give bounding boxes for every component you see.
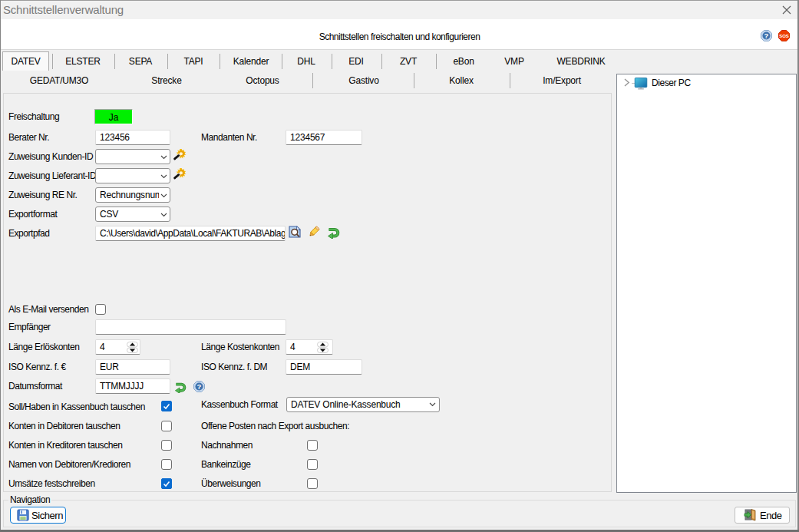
svg-text:?: ? bbox=[764, 31, 769, 40]
svg-text:?: ? bbox=[197, 382, 202, 391]
svg-text:SOS: SOS bbox=[779, 34, 789, 38]
